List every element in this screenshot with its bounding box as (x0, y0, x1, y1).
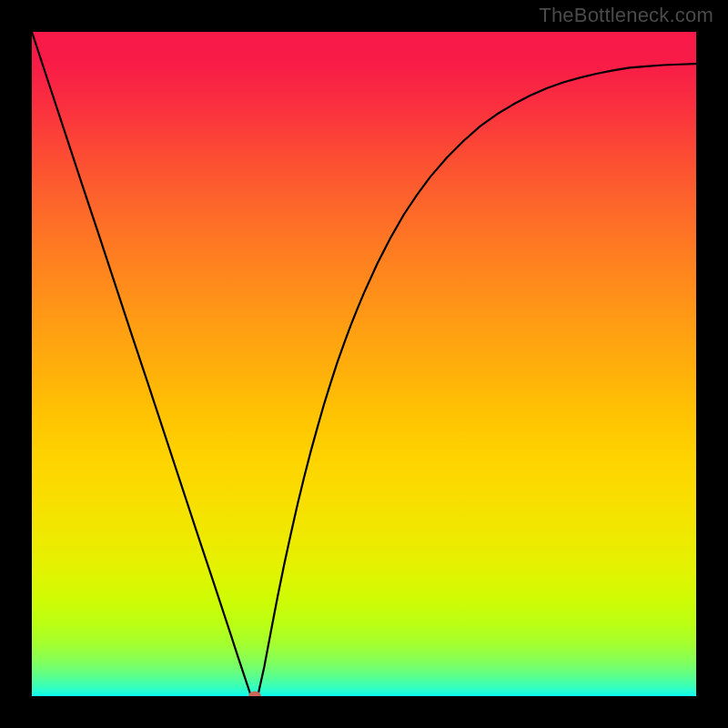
watermark-text: TheBottleneck.com (539, 4, 713, 27)
bottleneck-curve (32, 32, 696, 696)
plot-area (32, 32, 696, 696)
chart-container: TheBottleneck.com (0, 0, 728, 728)
optimal-point-marker (248, 692, 261, 697)
